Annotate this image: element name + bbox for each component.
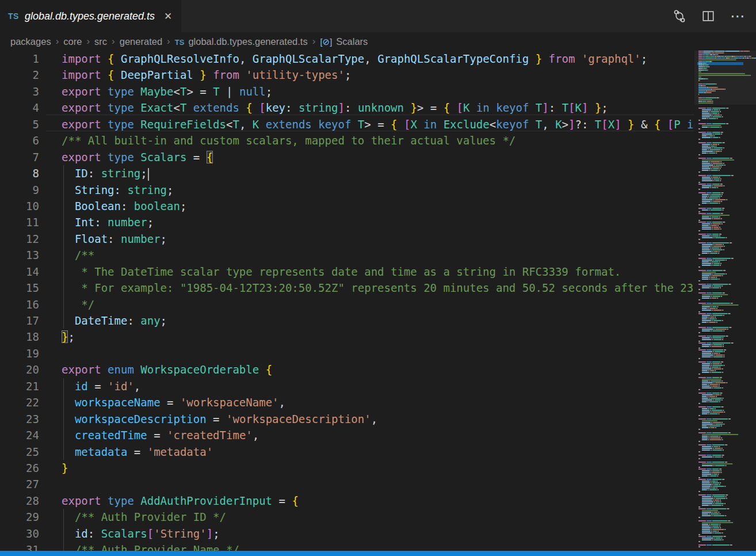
- minimap[interactable]: [697, 51, 756, 551]
- vscode-window: TS global.db.types.generated.ts ✕: [0, 0, 756, 556]
- breadcrumb: packages›core›src›generated›TSglobal.db.…: [0, 32, 756, 51]
- indent-guide: [63, 165, 64, 181]
- line-number: 21: [0, 378, 39, 394]
- line-number: 5: [0, 116, 39, 132]
- breadcrumb-item-core[interactable]: core: [63, 36, 82, 47]
- code-line[interactable]: 17 DateTime: any;: [0, 313, 694, 329]
- line-number: 15: [0, 280, 39, 296]
- code-line[interactable]: 1import { GraphQLResolveInfo, GraphQLSca…: [0, 51, 694, 67]
- code-line[interactable]: 4export type Exact<T extends { [key: str…: [0, 100, 694, 116]
- code-line[interactable]: 20export enum WorkspaceOrderable {: [0, 361, 694, 378]
- code-editor[interactable]: 1import { GraphQLResolveInfo, GraphQLSca…: [0, 51, 694, 551]
- line-number: 4: [0, 100, 39, 116]
- code-text: import { GraphQLResolveInfo, GraphQLScal…: [39, 51, 647, 67]
- code-text: */: [39, 296, 94, 313]
- status-bar[interactable]: [0, 551, 756, 556]
- code-line[interactable]: 25 metadata = 'metadata': [0, 444, 694, 460]
- code-text: id: Scalars['String'];: [39, 525, 220, 542]
- code-line[interactable]: 21 id = 'id',: [0, 378, 694, 394]
- code-line[interactable]: 26}: [0, 460, 694, 476]
- breadcrumb-item-scalars[interactable]: [⊘]Scalars: [320, 36, 368, 47]
- code-text: String: string;: [39, 182, 174, 198]
- code-text: DateTime: any;: [39, 313, 167, 329]
- code-line[interactable]: 15 * For example: "1985-04-12T23:20:50.5…: [0, 280, 694, 296]
- indent-guide: [63, 509, 64, 525]
- breadcrumb-separator: ›: [167, 36, 170, 47]
- code-line[interactable]: 29 /** Auth Provider ID */: [0, 509, 694, 525]
- breadcrumb-item-packages[interactable]: packages: [10, 36, 51, 47]
- code-line[interactable]: 5export type RequireFields<T, K extends …: [0, 116, 694, 132]
- code-line[interactable]: 31 /** Auth Provider Name */: [0, 542, 694, 551]
- code-line[interactable]: 2import { DeepPartial } from 'utility-ty…: [0, 67, 694, 83]
- code-text: ID: string;: [39, 165, 149, 181]
- code-text: export type RequireFields<T, K extends k…: [39, 116, 694, 132]
- line-number: 25: [0, 444, 39, 460]
- symbol-type-icon: [⊘]: [320, 37, 332, 47]
- indent-guide: [63, 214, 64, 230]
- breadcrumb-item-global-db-types-generated-ts[interactable]: TSglobal.db.types.generated.ts: [175, 36, 308, 47]
- code-line[interactable]: 24 createdTime = 'createdTime',: [0, 427, 694, 443]
- code-text: export type AddAuthProviderInput = {: [39, 493, 299, 509]
- indent-guide: [63, 198, 64, 214]
- breadcrumb-item-src[interactable]: src: [94, 36, 107, 47]
- indent-guide: [63, 247, 64, 263]
- indent-guide: [63, 264, 64, 280]
- code-text: [39, 476, 62, 492]
- code-text: Float: number;: [39, 231, 167, 247]
- split-editor-icon[interactable]: [701, 9, 715, 23]
- code-line[interactable]: 12 Float: number;: [0, 231, 694, 247]
- indent-guide: [63, 394, 64, 410]
- code-line[interactable]: 23 workspaceDescription = 'workspaceDesc…: [0, 411, 694, 427]
- code-line[interactable]: 14 * The DateTime scalar type represents…: [0, 264, 694, 280]
- code-line[interactable]: 11 Int: number;: [0, 214, 694, 230]
- close-tab-icon[interactable]: ✕: [164, 10, 172, 22]
- code-line[interactable]: 16 */: [0, 296, 694, 313]
- tab-title: global.db.types.generated.ts: [25, 10, 155, 22]
- indent-guide: [63, 280, 64, 296]
- line-number: 16: [0, 296, 39, 313]
- code-text: };: [39, 329, 75, 345]
- line-number: 31: [0, 542, 39, 551]
- code-text: workspaceDescription = 'workspaceDescrip…: [39, 411, 377, 427]
- code-line[interactable]: 13 /**: [0, 247, 694, 263]
- line-number: 23: [0, 411, 39, 427]
- code-line[interactable]: 30 id: Scalars['String'];: [0, 525, 694, 542]
- code-line[interactable]: 18};: [0, 329, 694, 345]
- indent-guide: [63, 525, 64, 542]
- line-number: 14: [0, 264, 39, 280]
- line-number: 7: [0, 149, 39, 165]
- indent-guide: [63, 542, 64, 551]
- code-line[interactable]: 27: [0, 476, 694, 492]
- typescript-file-icon: TS: [8, 12, 19, 21]
- indent-guide: [63, 231, 64, 247]
- more-actions-icon[interactable]: ⋯: [730, 13, 746, 19]
- code-text: /** Auth Provider ID */: [39, 509, 226, 525]
- line-number: 18: [0, 329, 39, 345]
- code-line[interactable]: 8 ID: string;: [0, 165, 694, 181]
- code-line[interactable]: 6/** All built-in and custom scalars, ma…: [0, 132, 694, 148]
- line-number: 12: [0, 231, 39, 247]
- indent-guide: [63, 411, 64, 427]
- code-line[interactable]: 3export type Maybe<T> = T | null;: [0, 83, 694, 100]
- code-text: /** Auth Provider Name */: [39, 542, 239, 551]
- indent-guide: [63, 296, 64, 313]
- line-number: 29: [0, 509, 39, 525]
- line-number: 6: [0, 132, 39, 148]
- breadcrumb-item-generated[interactable]: generated: [120, 36, 162, 47]
- code-line[interactable]: 7export type Scalars = {: [0, 149, 694, 165]
- breadcrumb-separator: ›: [312, 36, 316, 47]
- code-line[interactable]: 10 Boolean: boolean;: [0, 198, 694, 214]
- code-text: /**: [39, 247, 94, 263]
- editor-actions: ⋯: [673, 0, 756, 32]
- indent-guide: [63, 427, 64, 443]
- code-line[interactable]: 19: [0, 345, 694, 361]
- tab-global-db-types[interactable]: TS global.db.types.generated.ts ✕: [0, 0, 181, 32]
- breadcrumb-separator: ›: [86, 36, 90, 47]
- open-changes-icon[interactable]: [673, 9, 686, 23]
- code-line[interactable]: 28export type AddAuthProviderInput = {: [0, 493, 694, 509]
- code-line[interactable]: 9 String: string;: [0, 182, 694, 198]
- indent-guide: [63, 444, 64, 460]
- line-number: 13: [0, 247, 39, 263]
- code-line[interactable]: 22 workspaceName = 'workspaceName',: [0, 394, 694, 410]
- line-number: 22: [0, 394, 39, 410]
